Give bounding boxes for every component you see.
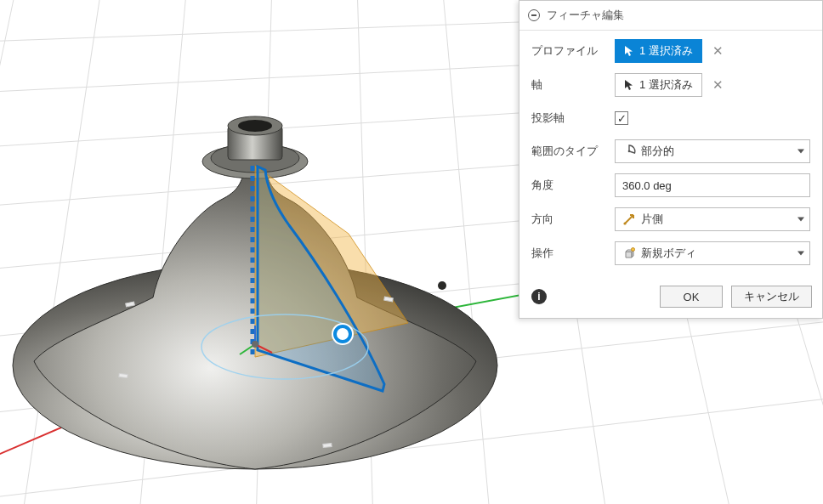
chevron-down-icon bbox=[797, 252, 804, 256]
model-bore bbox=[238, 120, 272, 132]
projection-axis-label: 投影軸 bbox=[531, 110, 606, 126]
svg-rect-23 bbox=[119, 373, 128, 377]
feature-edit-panel: フィーチャ編集 プロファイル 1 選択済み ✕ 軸 1 選択済み ✕ bbox=[519, 0, 823, 319]
operation-label: 操作 bbox=[531, 246, 606, 261]
extent-type-dropdown[interactable]: 部分的 bbox=[615, 139, 810, 163]
axis-selection-chip[interactable]: 1 選択済み bbox=[615, 73, 702, 97]
cancel-button[interactable]: キャンセル bbox=[731, 286, 812, 308]
profile-selection-text: 1 選択済み bbox=[639, 43, 693, 59]
angle-label: 角度 bbox=[531, 178, 606, 193]
panel-collapse-button[interactable] bbox=[528, 9, 540, 21]
angle-input-wrapper bbox=[615, 173, 810, 197]
svg-line-13 bbox=[442, 0, 493, 504]
chevron-down-icon bbox=[797, 218, 804, 222]
model-dimple bbox=[438, 281, 446, 290]
svg-point-32 bbox=[623, 222, 626, 224]
projection-axis-checkbox[interactable] bbox=[615, 111, 628, 125]
direction-label: 方向 bbox=[531, 212, 606, 227]
direction-dropdown[interactable]: 片側 bbox=[615, 207, 810, 231]
operation-dropdown[interactable]: 新規ボディ bbox=[615, 241, 810, 265]
one-side-icon bbox=[622, 212, 636, 226]
manipulator-handle[interactable] bbox=[333, 325, 352, 343]
new-body-icon bbox=[622, 246, 636, 260]
info-button[interactable]: i bbox=[531, 289, 547, 304]
profile-selection-chip[interactable]: 1 選択済み bbox=[615, 39, 702, 63]
panel-title: フィーチャ編集 bbox=[547, 8, 624, 23]
svg-line-8 bbox=[0, 0, 17, 504]
chevron-down-icon bbox=[797, 150, 804, 154]
extent-type-label: 範囲のタイプ bbox=[531, 144, 606, 159]
axis-label: 軸 bbox=[531, 77, 606, 93]
svg-rect-25 bbox=[323, 443, 332, 447]
partial-angle-icon bbox=[622, 144, 636, 158]
profile-label: プロファイル bbox=[531, 43, 606, 59]
extent-type-value: 部分的 bbox=[641, 144, 674, 159]
operation-value: 新規ボディ bbox=[641, 246, 696, 261]
axis-clear-button[interactable]: ✕ bbox=[707, 74, 729, 96]
cursor-icon bbox=[624, 45, 634, 57]
angle-input[interactable] bbox=[622, 179, 803, 192]
svg-point-33 bbox=[632, 248, 635, 252]
ok-button[interactable]: OK bbox=[660, 286, 723, 308]
axis-selection-text: 1 選択済み bbox=[639, 77, 693, 93]
svg-point-31 bbox=[628, 150, 631, 153]
svg-point-30 bbox=[252, 341, 258, 348]
profile-clear-button[interactable]: ✕ bbox=[707, 40, 729, 62]
cursor-icon bbox=[624, 79, 634, 91]
direction-value: 片側 bbox=[641, 212, 663, 227]
